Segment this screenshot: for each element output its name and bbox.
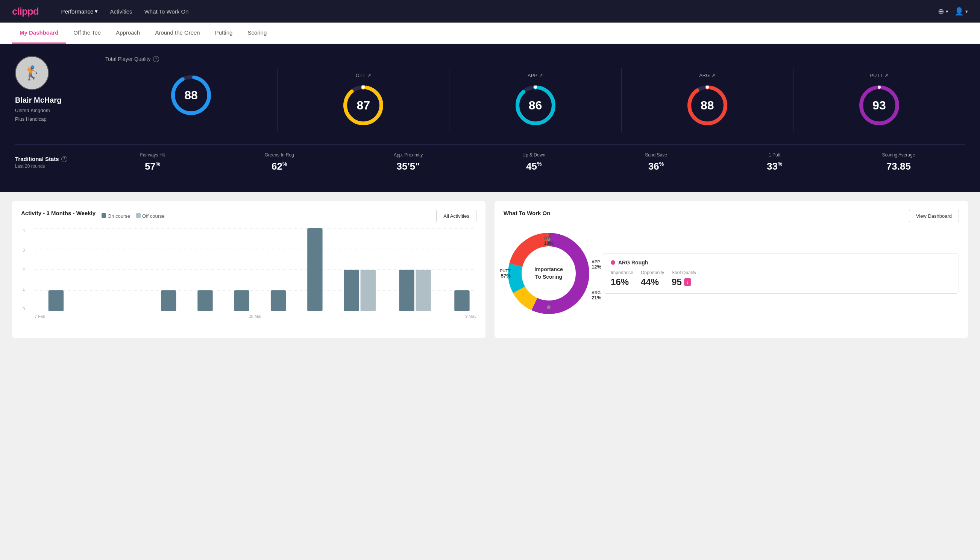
svg-rect-25 — [344, 270, 359, 311]
nav-activities[interactable]: Activities — [110, 8, 132, 15]
stat-proximity: App. Proximity 35'5" — [394, 152, 423, 172]
player-name: Blair McHarg — [15, 96, 61, 105]
info-card: ARG Rough Importance 16% Opportunity 44%… — [603, 253, 959, 294]
svg-point-4 — [361, 85, 365, 89]
y-label-3: 3 — [23, 248, 25, 252]
stats-help-icon[interactable]: ? — [61, 156, 67, 162]
wtwo-title: What To Work On — [504, 210, 550, 216]
score-putt: PUTT ↗ 93 — [794, 68, 965, 132]
arg-score-value: 88 — [700, 98, 714, 112]
y-label-1: 1 — [23, 287, 25, 292]
off-course-legend-dot — [136, 213, 141, 218]
svg-rect-24 — [307, 228, 322, 311]
scores-grid: 88 OTT ↗ 87 — [105, 68, 965, 132]
bottom-section: Activity - 3 Months - Weekly On course O… — [0, 192, 980, 347]
ott-donut: 87 — [341, 83, 386, 128]
player-info: 🏌️ Blair McHarg United Kingdom Plus Hand… — [15, 56, 90, 122]
on-course-legend-dot — [101, 213, 106, 218]
wtwo-header: What To Work On View Dashboard — [504, 210, 959, 222]
tpq-label: Total Player Quality ? — [105, 56, 965, 62]
metric-shot-quality: Shot Quality 95 ↓ — [672, 270, 696, 287]
score-ott: OTT ↗ 87 — [277, 68, 449, 132]
nav-performance[interactable]: Performance ▾ — [61, 8, 98, 15]
stat-fairways: Fairways Hit 57% — [140, 152, 165, 172]
nav-what-to-work-on[interactable]: What To Work On — [145, 8, 189, 15]
tab-off-the-tee[interactable]: Off the Tee — [66, 23, 108, 43]
tab-around-the-green[interactable]: Around the Green — [147, 23, 207, 43]
svg-rect-23 — [271, 290, 286, 311]
putt-label: PUTT ↗ — [870, 73, 888, 78]
avatar: 🏌️ — [15, 56, 49, 90]
svg-rect-26 — [361, 270, 376, 311]
stat-updown: Up & Down 45% — [522, 152, 545, 172]
arg-donut: 88 — [685, 83, 730, 128]
info-dot — [611, 260, 615, 265]
putt-arrow: ↗ — [884, 73, 888, 78]
activity-card: Activity - 3 Months - Weekly On course O… — [12, 201, 486, 338]
app-segment-label: APP 12% — [592, 260, 601, 270]
main-score-value: 88 — [184, 88, 198, 102]
y-axis: 4 3 2 1 0 — [21, 228, 26, 311]
chart-legend: On course Off course — [101, 213, 165, 219]
bar-chart-svg — [35, 228, 476, 311]
svg-rect-27 — [399, 270, 414, 311]
app-score-value: 86 — [529, 98, 542, 112]
stat-gir: Greens In Reg 62% — [265, 152, 294, 172]
svg-point-10 — [705, 85, 709, 89]
ott-arrow: ↗ — [367, 73, 371, 78]
svg-point-36 — [547, 305, 551, 309]
wtwo-donut-wrap: ImportanceTo Scoring PUTT 57% OTT 10% AP… — [504, 228, 594, 318]
ott-score-value: 87 — [357, 98, 370, 112]
y-label-2: 2 — [23, 267, 25, 272]
score-arg: ARG ↗ 88 — [622, 68, 794, 132]
putt-segment-label: PUTT 57% — [500, 268, 511, 279]
tab-putting[interactable]: Putting — [208, 23, 240, 43]
stats-label: Traditional Stats ? Last 20 rounds — [15, 156, 90, 169]
info-card-title: ARG Rough — [611, 260, 951, 265]
svg-point-7 — [534, 85, 537, 89]
wtwo-content: ImportanceTo Scoring PUTT 57% OTT 10% AP… — [504, 228, 959, 318]
all-activities-button[interactable]: All Activities — [436, 210, 476, 222]
svg-rect-28 — [416, 270, 431, 311]
putt-donut: 93 — [857, 83, 902, 128]
view-dashboard-button[interactable]: View Dashboard — [909, 210, 959, 222]
arg-segment-label: ARG 21% — [592, 290, 601, 300]
svg-rect-22 — [234, 290, 249, 311]
activity-header-left: Activity - 3 Months - Weekly On course O… — [21, 210, 165, 222]
svg-rect-20 — [161, 290, 176, 311]
nav-right: ⊕ ▾ 👤 ▾ — [938, 7, 968, 16]
bar-chart: 4 3 2 1 0 7 Feb 28 Mar 9 May — [21, 228, 476, 329]
tpq-help-icon[interactable]: ? — [153, 56, 159, 62]
svg-point-13 — [877, 85, 881, 89]
add-button[interactable]: ⊕ ▾ — [938, 7, 948, 16]
traditional-stats: Traditional Stats ? Last 20 rounds Fairw… — [15, 144, 965, 180]
app-donut: 86 — [513, 83, 558, 128]
player-row: 🏌️ Blair McHarg United Kingdom Plus Hand… — [15, 56, 965, 132]
score-main: 88 — [105, 68, 277, 132]
ott-label: OTT ↗ — [356, 73, 371, 78]
top-nav: clippd Performance ▾ Activities What To … — [0, 0, 980, 23]
shot-quality-badge: ↓ — [684, 278, 691, 286]
arg-arrow: ↗ — [711, 73, 715, 78]
score-app: APP ↗ 86 — [449, 68, 621, 132]
user-menu[interactable]: 👤 ▾ — [954, 7, 968, 16]
tab-scoring[interactable]: Scoring — [240, 23, 274, 43]
stat-sandsave: Sand Save 36% — [645, 152, 667, 172]
x-label-may: 9 May — [465, 314, 476, 318]
tab-bar: My Dashboard Off the Tee Approach Around… — [0, 23, 980, 44]
app-label: APP ↗ — [527, 73, 543, 78]
svg-rect-29 — [454, 290, 469, 311]
y-label-4: 4 — [23, 228, 25, 233]
putt-score-value: 93 — [872, 98, 886, 112]
tab-my-dashboard[interactable]: My Dashboard — [12, 23, 66, 43]
scores-section: Total Player Quality ? 88 — [105, 56, 965, 132]
tab-approach[interactable]: Approach — [108, 23, 147, 43]
hero-section: 🏌️ Blair McHarg United Kingdom Plus Hand… — [0, 44, 980, 192]
main-donut: 88 — [168, 73, 214, 118]
x-label-feb: 7 Feb — [35, 314, 45, 318]
app-arrow: ↗ — [539, 73, 543, 78]
what-to-work-on-card: What To Work On View Dashboard — [494, 201, 968, 338]
activity-card-header: Activity - 3 Months - Weekly On course O… — [21, 210, 476, 222]
logo: clippd — [12, 6, 39, 17]
arg-label: ARG ↗ — [699, 73, 715, 78]
